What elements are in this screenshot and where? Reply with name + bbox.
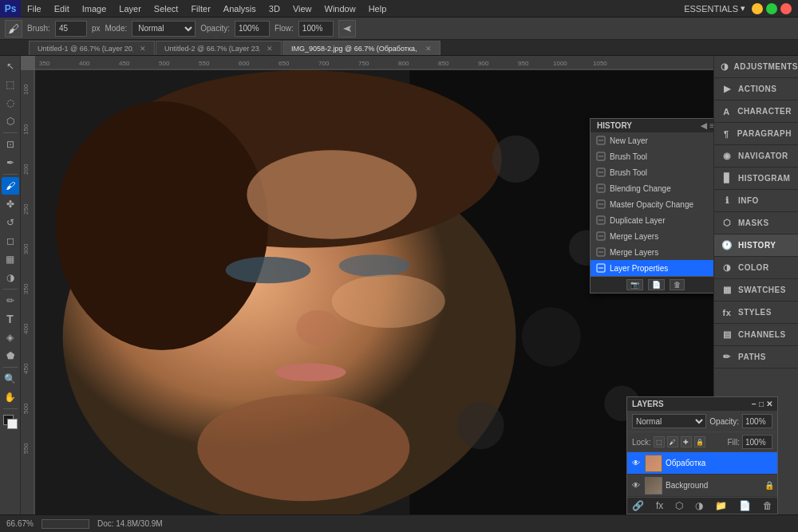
menu-window[interactable]: Window	[318, 0, 362, 17]
opacity-value[interactable]: 100%	[235, 21, 270, 37]
layer-adjustment-btn[interactable]: ◑	[695, 500, 703, 511]
tool-crop[interactable]: ⊡	[2, 136, 19, 153]
layers-blend-mode-select[interactable]: Normal	[632, 414, 706, 428]
history-new-layer-btn[interactable]: 📄	[648, 279, 665, 290]
minimize-button[interactable]	[752, 3, 763, 14]
history-item-4[interactable]: Master Opacity Change	[591, 196, 713, 212]
tool-preset-picker[interactable]: 🖌	[5, 20, 22, 37]
menu-select[interactable]: Select	[148, 0, 185, 17]
panel-tab-character[interactable]: A CHARACTER	[714, 100, 798, 123]
image-canvas[interactable]: HISTORY ◀ ≡ New Layer	[35, 70, 713, 514]
tool-shape[interactable]: ⬟	[2, 347, 19, 365]
panel-tab-styles[interactable]: fx STYLES	[714, 301, 798, 324]
lock-position-btn[interactable]: ✚	[681, 436, 692, 447]
panel-tab-color[interactable]: ◑ COLOR	[714, 257, 798, 279]
history-item-8[interactable]: Layer Properties	[591, 260, 713, 276]
history-item-1[interactable]: Brush Tool	[591, 148, 713, 164]
tool-type[interactable]: T	[2, 310, 19, 328]
tool-marquee[interactable]: ⬚	[2, 76, 19, 93]
tab-untitled2[interactable]: Untitled-2 @ 66.7% (Layer 23, RGB/8) ✕	[156, 41, 282, 55]
tool-gradient[interactable]: ▦	[2, 250, 19, 268]
tool-quick-select[interactable]: ⬡	[2, 112, 19, 130]
tab-close-img9058[interactable]: ✕	[425, 45, 432, 53]
panel-tab-paragraph[interactable]: ¶ PARAGRAPH	[714, 123, 798, 145]
history-new-snapshot-btn[interactable]: 📷	[626, 279, 643, 290]
history-item-5[interactable]: Duplicate Layer	[591, 212, 713, 228]
tab-untitled1[interactable]: Untitled-1 @ 66.7% (Layer 20, RGB/8) ✕	[29, 41, 155, 55]
menu-edit[interactable]: Edit	[48, 0, 76, 17]
tab-close-untitled1[interactable]: ✕	[140, 45, 146, 53]
tool-pen[interactable]: ✏	[2, 292, 19, 309]
tool-eyedropper[interactable]: ✒	[2, 154, 19, 171]
flow-value[interactable]: 100%	[298, 21, 334, 37]
panel-tab-paths[interactable]: ✏ PATHS	[714, 346, 798, 368]
menu-view[interactable]: View	[286, 0, 318, 17]
history-menu-btn[interactable]: ≡	[709, 121, 713, 130]
tab-img9058[interactable]: IMG_9058-2.jpg @ 66.7% (Обработка, RGB/8…	[282, 41, 440, 55]
essentials-button[interactable]: ESSENTIALS ▾	[684, 3, 745, 14]
foreground-color[interactable]	[2, 413, 19, 431]
menu-layer[interactable]: Layer	[113, 0, 148, 17]
navigator-bar[interactable]	[41, 519, 89, 529]
maximize-button[interactable]	[766, 3, 777, 14]
panel-tab-swatches[interactable]: ▦ SWATCHES	[714, 279, 798, 301]
tool-hand[interactable]: ✋	[2, 388, 19, 406]
layers-close-btn[interactable]: ✕	[766, 400, 772, 408]
close-button[interactable]	[780, 3, 792, 14]
layer-mask-btn[interactable]: ⬡	[675, 500, 683, 511]
layers-opacity-input[interactable]: 100%	[742, 414, 772, 428]
layer-link-btn[interactable]: 🔗	[632, 500, 644, 511]
tool-clone[interactable]: ✤	[2, 195, 19, 213]
tool-history-brush[interactable]: ↺	[2, 214, 19, 231]
layer-fx-btn[interactable]: fx	[656, 500, 663, 511]
history-delete-btn[interactable]: 🗑	[670, 279, 685, 290]
panel-tab-masks[interactable]: ⬡ MASKS	[714, 212, 798, 234]
tab-close-untitled2[interactable]: ✕	[267, 45, 273, 53]
brush-size-input[interactable]: 45	[55, 21, 87, 37]
tool-lasso[interactable]: ◌	[2, 94, 19, 112]
tool-zoom[interactable]: 🔍	[2, 370, 19, 388]
blend-mode-select[interactable]: Normal	[132, 21, 196, 37]
menu-filter[interactable]: Filter	[184, 0, 216, 17]
layers-maximize-btn[interactable]: □	[759, 400, 764, 408]
canvas-area[interactable]: 350 400 450 500 550 600 650 700 750 800 …	[21, 56, 713, 514]
airbrush-button[interactable]	[338, 20, 356, 37]
layer-item-0[interactable]: 👁 Обработка	[627, 452, 777, 475]
history-item-7[interactable]: Merge Layers	[591, 244, 713, 260]
history-collapse-btn[interactable]: ◀	[701, 121, 707, 130]
layer-group-btn[interactable]: 📁	[715, 500, 727, 511]
panel-tab-actions[interactable]: ▶ ACTIONS	[714, 78, 798, 100]
panel-tab-label-navigator: NAVIGATOR	[738, 152, 788, 160]
tool-move[interactable]: ↖	[2, 57, 19, 75]
menu-analysis[interactable]: Analysis	[217, 0, 263, 17]
layers-minimize-btn[interactable]: −	[752, 400, 757, 408]
panel-tab-info[interactable]: ℹ INFO	[714, 190, 798, 212]
tool-brush[interactable]: 🖌	[2, 177, 19, 195]
panel-tab-navigator[interactable]: ◉ NAVIGATOR	[714, 145, 798, 167]
history-item-0[interactable]: New Layer	[591, 132, 713, 148]
menu-help[interactable]: Help	[362, 0, 393, 17]
history-item-label-4: Master Opacity Change	[610, 200, 693, 209]
history-item-6[interactable]: Merge Layers	[591, 228, 713, 244]
tool-path-select[interactable]: ◈	[2, 329, 19, 346]
layer-visibility-0[interactable]: 👁	[630, 458, 642, 469]
panel-tab-histogram[interactable]: ▊ HISTOGRAM	[714, 167, 798, 190]
layer-delete-btn[interactable]: 🗑	[763, 500, 772, 511]
history-item-2[interactable]: Brush Tool	[591, 164, 713, 180]
lock-transparency-btn[interactable]: ⬚	[654, 436, 665, 447]
panel-tab-adjustments[interactable]: ◑ ADJUSTMENTS	[714, 56, 798, 78]
tool-eraser[interactable]: ◻	[2, 232, 19, 250]
tool-dodge[interactable]: ◑	[2, 269, 19, 286]
menu-file[interactable]: File	[21, 0, 48, 17]
history-item-3[interactable]: Blending Change	[591, 180, 713, 196]
layer-visibility-1[interactable]: 👁	[630, 480, 642, 491]
lock-image-btn[interactable]: 🖌	[667, 436, 678, 447]
lock-all-btn[interactable]: 🔒	[694, 436, 705, 447]
layer-new-btn[interactable]: 📄	[739, 500, 751, 511]
panel-tab-channels[interactable]: ▤ CHANNELS	[714, 324, 798, 346]
menu-3d[interactable]: 3D	[263, 0, 286, 17]
layer-item-1[interactable]: 👁 Background 🔒	[627, 475, 777, 497]
layers-fill-input[interactable]: 100%	[742, 435, 772, 449]
menu-image[interactable]: Image	[76, 0, 113, 17]
panel-tab-history[interactable]: 🕐 HISTORY	[714, 234, 798, 257]
